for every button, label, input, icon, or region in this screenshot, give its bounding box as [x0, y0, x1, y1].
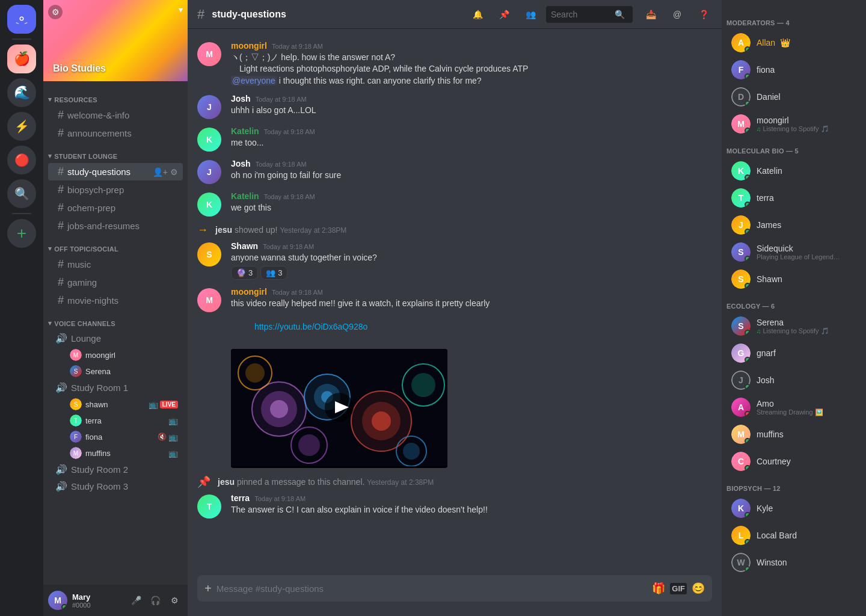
- attach-button[interactable]: +: [204, 582, 212, 596]
- member-item-courtney[interactable]: C Courtney: [726, 448, 861, 475]
- stream-icon: 📺: [168, 416, 178, 425]
- member-item-daniel[interactable]: D Daniel: [726, 84, 861, 110]
- member-item-gnarf[interactable]: G gnarf: [726, 340, 861, 366]
- member-avatar: J: [731, 371, 751, 390]
- channel-movie-nights[interactable]: # movie-nights: [48, 292, 183, 309]
- channel-biopsych-prep[interactable]: # biopsych-prep: [48, 181, 183, 199]
- channel-hash-icon: #: [58, 202, 64, 214]
- channel-gaming[interactable]: # gaming: [48, 274, 183, 291]
- member-item-allan[interactable]: A Allan 👑: [726, 29, 861, 56]
- member-name: Josh: [757, 375, 856, 385]
- reaction-2[interactable]: 👥 3: [260, 266, 287, 280]
- message-author: Josh: [231, 159, 251, 168]
- member-item-fiona[interactable]: F fiona: [726, 57, 861, 83]
- gif-icon[interactable]: GIF: [670, 583, 687, 594]
- member-item-winston[interactable]: W Winston: [726, 549, 861, 576]
- voice-channel-study-room-1[interactable]: 🔊 Study Room 1: [48, 380, 183, 396]
- category-student-lounge[interactable]: ▾ STUDENT LOUNGE: [43, 143, 188, 162]
- member-item-amo[interactable]: A Amo Streaming Drawing 🖼️: [726, 394, 861, 420]
- pin-icon[interactable]: 📌: [496, 6, 512, 23]
- server-icon-5[interactable]: 🔍: [7, 179, 36, 208]
- channel-announcements[interactable]: # announcements: [48, 125, 183, 142]
- channel-name: movie-nights: [67, 295, 178, 306]
- server-icon-3[interactable]: ⚡: [7, 112, 36, 141]
- user-discriminator: #0000: [72, 602, 123, 609]
- status-indicator: [745, 384, 751, 390]
- header-search[interactable]: 🔍: [546, 6, 633, 23]
- voice-member-shawn[interactable]: S shawn 📺 LIVE: [48, 396, 183, 412]
- video-link[interactable]: https://youtu.be/OiDx6aQ928o: [254, 322, 367, 331]
- emoji-icon[interactable]: 😊: [692, 582, 705, 595]
- voice-member-fiona[interactable]: F fiona 🔇 📺: [48, 429, 183, 445]
- member-item-moongirl[interactable]: M moongirl ♫Listening to Spotify 🎵: [726, 111, 861, 137]
- members-icon[interactable]: 👥: [522, 6, 539, 23]
- video-embed[interactable]: [231, 349, 447, 468]
- inbox-icon[interactable]: 📥: [642, 6, 659, 23]
- category-off-topic[interactable]: ▾ OFF TOPIC/SOCIAL: [43, 235, 188, 255]
- member-item-terra[interactable]: T terra: [726, 185, 861, 211]
- channel-music[interactable]: # music: [48, 256, 183, 273]
- member-activity: Streaming Drawing 🖼️: [757, 408, 856, 416]
- server-dropdown-icon[interactable]: ▾: [179, 5, 183, 14]
- voice-channel-lounge[interactable]: 🔊 Lounge: [48, 330, 183, 346]
- mention: @everyone: [231, 76, 277, 85]
- system-message-text: jesu pinned a message to this channel. Y…: [218, 477, 434, 487]
- discord-home-button[interactable]: [7, 5, 36, 34]
- category-voice[interactable]: ▾ VOICE CHANNELS: [43, 310, 188, 330]
- message-input[interactable]: [216, 577, 653, 600]
- member-item-sidequick[interactable]: S Sidequick Playing League of Legends 🎮: [726, 239, 861, 265]
- headphone-button[interactable]: 🎧: [147, 592, 164, 609]
- search-input[interactable]: [551, 10, 611, 19]
- channel-ochem-prep[interactable]: # ochem-prep: [48, 199, 183, 217]
- status-indicator: [745, 330, 751, 336]
- crown-icon: 👑: [780, 38, 790, 48]
- help-icon[interactable]: ❓: [695, 6, 712, 23]
- channel-study-questions[interactable]: # study-questions 👤+ ⚙: [48, 163, 183, 180]
- member-item-james[interactable]: J James: [726, 212, 861, 238]
- channel-welcome[interactable]: # welcome-&-info: [48, 106, 183, 124]
- voice-member-serena[interactable]: S Serena: [48, 363, 183, 379]
- server-rail-divider: [12, 38, 31, 40]
- bell-icon[interactable]: 🔔: [469, 6, 486, 23]
- category-resources[interactable]: ▾ RESOURCES: [43, 86, 188, 106]
- voice-channel-study-room-2[interactable]: 🔊 Study Room 2: [48, 461, 183, 478]
- voice-member-muffins[interactable]: M muffins 📺: [48, 445, 183, 461]
- member-item-shawn[interactable]: S Shawn: [726, 266, 861, 292]
- category-chevron: ▾: [48, 152, 52, 160]
- add-member-icon[interactable]: 👤+: [153, 167, 168, 177]
- voice-channel-name: Lounge: [71, 333, 178, 343]
- voice-member-terra[interactable]: T terra 📺: [48, 413, 183, 428]
- member-item-muffins[interactable]: M muffins: [726, 421, 861, 448]
- mention-icon[interactable]: @: [669, 6, 686, 23]
- voice-member-moongirl[interactable]: M moongirl: [48, 347, 183, 363]
- channel-jobs-and-resumes[interactable]: # jobs-and-resumes: [48, 217, 183, 235]
- user-settings-button[interactable]: ⚙: [166, 592, 183, 609]
- status-indicator: [745, 229, 751, 235]
- server-settings-icon[interactable]: ⚙: [48, 5, 63, 19]
- member-activity: ♫Listening to Spotify 🎵: [757, 327, 856, 335]
- member-item-serena[interactable]: S Serena ♫Listening to Spotify 🎵: [726, 313, 861, 339]
- member-item-local-bard[interactable]: L Local Bard: [726, 522, 861, 549]
- server-icon-bio-studies[interactable]: 🍎: [7, 45, 36, 73]
- member-item-josh[interactable]: J Josh: [726, 367, 861, 393]
- reaction-1[interactable]: 🔮 3: [231, 266, 258, 280]
- settings-icon[interactable]: ⚙: [170, 167, 178, 177]
- server-icon-2[interactable]: 🌊: [7, 78, 36, 107]
- gift-icon[interactable]: 🎁: [652, 582, 665, 595]
- activity-text: Playing League of Legends 🎮: [757, 253, 841, 261]
- member-name: Kyle: [757, 504, 856, 513]
- message-group: J Josh Today at 9:18 AM uhhh i also got …: [188, 91, 722, 122]
- add-server-button[interactable]: +: [7, 219, 36, 248]
- microphone-button[interactable]: 🎤: [127, 592, 144, 609]
- voice-channel-study-room-3[interactable]: 🔊 Study Room 3: [48, 478, 183, 494]
- member-activity: Playing League of Legends 🎮: [757, 253, 856, 261]
- member-name: Shawn: [757, 274, 856, 284]
- channel-hash-icon: #: [58, 258, 64, 271]
- member-name: moongirl: [85, 351, 178, 360]
- member-avatar: F: [731, 60, 751, 79]
- member-item-katelin[interactable]: K Katelin: [726, 158, 861, 184]
- member-avatar: L: [731, 526, 751, 545]
- server-icon-4[interactable]: 🔴: [7, 146, 36, 174]
- member-item-kyle[interactable]: K Kyle: [726, 495, 861, 522]
- svg-point-20: [351, 391, 411, 451]
